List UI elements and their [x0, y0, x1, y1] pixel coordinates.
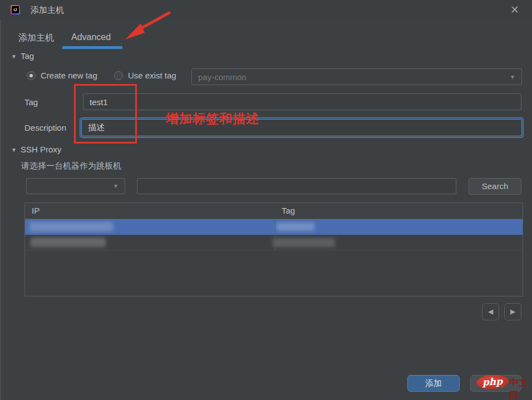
host-filter-input[interactable] [137, 178, 456, 194]
redacted-ip-value [29, 222, 113, 231]
window-edge [0, 19, 1, 400]
collapse-triangle-icon: ▼ [11, 53, 17, 60]
chevron-down-icon: ▼ [113, 183, 119, 189]
ssh-proxy-group-header[interactable]: ▼SSH Proxy [11, 145, 61, 154]
jump-host-combobox[interactable]: ▼ [26, 178, 125, 194]
tag-group-header[interactable]: ▼Tag [11, 51, 34, 61]
description-input[interactable] [81, 119, 522, 136]
arrow-left-icon: ◀ [488, 308, 493, 315]
intellij-logo-icon: IJ [11, 5, 20, 14]
active-tab-underline [62, 46, 122, 49]
tag-field-label: Tag [24, 97, 38, 107]
tab-add-host[interactable]: 添加主机 [18, 32, 54, 44]
cancel-button[interactable]: 取消 [470, 375, 521, 392]
collapse-triangle-icon: ▼ [11, 147, 17, 153]
hosts-table: IP Tag [24, 203, 523, 297]
radio-use-exist-tag[interactable]: Use exist tag [114, 71, 176, 80]
title-bar: IJ 添加主机 ✕ [0, 0, 532, 20]
tab-advanced[interactable]: Advanced [71, 32, 111, 42]
redacted-ip-value [31, 238, 106, 247]
table-row[interactable] [25, 235, 523, 250]
radio-use-label: Use exist tag [128, 71, 176, 80]
table-header-row: IP Tag [25, 203, 523, 219]
tag-group-label: Tag [21, 51, 34, 61]
window-title: 添加主机 [31, 5, 64, 16]
search-button[interactable]: Search [469, 178, 521, 195]
table-row-selected[interactable] [25, 219, 523, 235]
redacted-tag-value [277, 223, 314, 231]
column-divider [275, 219, 275, 250]
chevron-down-icon: ▼ [510, 74, 515, 80]
radio-circle-icon [27, 71, 36, 80]
radio-create-new-tag[interactable]: Create new tag [27, 71, 97, 80]
exist-tag-value: pay-common [198, 72, 506, 82]
redacted-tag-value [273, 238, 335, 247]
column-header-ip[interactable]: IP [32, 206, 40, 215]
radio-circle-icon [114, 71, 123, 80]
exist-tag-combobox[interactable]: pay-common ▼ [191, 68, 522, 85]
column-header-tag[interactable]: Tag [282, 206, 295, 215]
add-host-dialog: IJ 添加主机 ✕ 添加主机 Advanced ▼Tag Create new … [0, 0, 532, 400]
ssh-proxy-group-label: SSH Proxy [21, 145, 61, 154]
jump-host-hint: 请选择一台机器作为跳板机 [21, 161, 121, 171]
next-page-button[interactable]: ▶ [504, 303, 521, 320]
close-icon[interactable]: ✕ [508, 3, 522, 17]
prev-page-button[interactable]: ◀ [482, 303, 499, 320]
add-button[interactable]: 添加 [407, 375, 460, 392]
radio-create-label: Create new tag [41, 71, 97, 80]
tag-mode-radio-group: Create new tag Use exist tag [27, 71, 191, 83]
tag-input[interactable] [83, 93, 521, 110]
arrow-right-icon: ▶ [510, 308, 515, 315]
description-field-label: Description [24, 123, 66, 132]
